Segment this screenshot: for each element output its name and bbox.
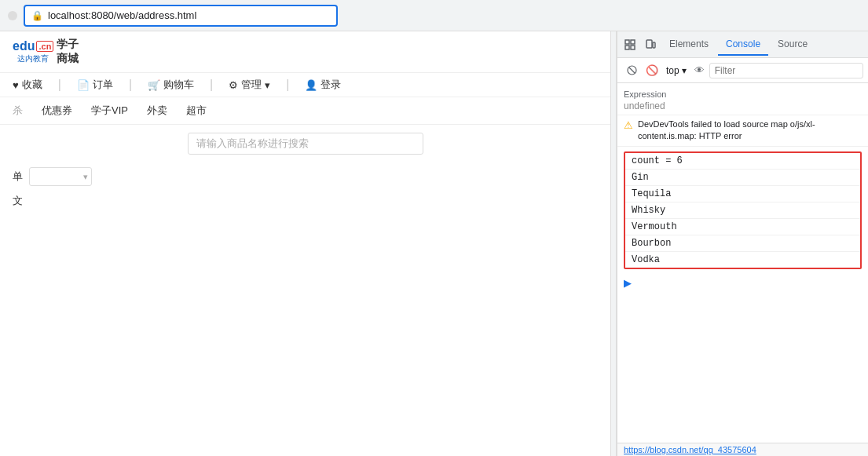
nav-login[interactable]: 👤 登录 [305,78,341,92]
divider-2: | [129,78,132,92]
site-header: edu .cn 达内教育 学子 商城 [0,31,610,72]
svg-line-7 [629,67,635,73]
category-bar: 杀 优惠券 学子VIP 外卖 超市 [0,97,610,125]
divider-1: | [58,78,61,92]
divider-3: | [210,78,213,92]
eye-icon[interactable]: 👁 [694,64,705,76]
main-layout: edu .cn 达内教育 学子 商城 ♥ 收藏 | 📄 订单 | 🛒 [0,31,868,456]
svg-rect-4 [646,40,652,48]
warning-message: ⚠ DevDevTools failed to load source map … [617,115,868,147]
tab-source[interactable]: Source [770,34,815,56]
devtools-content: Expression undefined ⚠ DevDevTools faile… [617,83,868,443]
result-gin: Gin [625,170,860,186]
user-icon: 👤 [305,79,317,91]
filter-input[interactable] [709,63,863,78]
result-vodka: Vodka [625,252,860,268]
divider-4: | [286,78,289,92]
result-bourbon: Bourbon [625,235,860,252]
svg-rect-1 [631,40,635,44]
devtools-toolbar: 🚫 top ▾ 👁 [617,58,868,83]
cat-supermarket[interactable]: 超市 [186,104,207,118]
warning-icon: ⚠ [624,119,633,131]
nav-order-label: 订单 [93,78,113,92]
order-icon: 📄 [77,79,90,91]
context-selector[interactable]: top ▾ [663,64,690,78]
label-dan: 单 [13,170,23,184]
cat-vip[interactable]: 学子VIP [91,104,128,118]
logo-company: 达内教育 [17,53,49,64]
browser-bar: 🔒 localhost:8080/web/address.html [0,0,868,31]
nav-collect[interactable]: ♥ 收藏 [13,78,42,92]
expression-value: undefined [624,100,862,111]
heart-icon: ♥ [13,79,19,91]
url-text: localhost:8080/web/address.html [48,9,196,21]
scroll-divider [610,31,617,456]
status-link-text: https://blog.csdn.net/qq_43575604 [624,445,756,454]
console-prompt: ▶ [617,274,868,292]
lock-icon: 🔒 [31,10,43,21]
expression-section: Expression undefined [617,86,868,115]
search-input-wrap[interactable]: 请输入商品名称进行搜索 [188,133,423,155]
device-toggle-button[interactable] [641,35,660,54]
cat-coupon[interactable]: 优惠券 [42,104,72,118]
search-bar: 请输入商品名称进行搜索 [0,125,610,162]
svg-rect-0 [625,40,629,44]
top-label: top [666,65,679,76]
nav-back[interactable] [8,11,17,20]
logo-area: edu .cn 达内教育 学子 商城 [13,38,79,66]
context-chevron-icon: ▾ [682,65,687,76]
tab-elements[interactable]: Elements [661,34,716,56]
devtools-status-bar[interactable]: https://blog.csdn.net/qq_43575604 [617,443,868,456]
clear-console-button[interactable] [622,61,641,80]
page-section-1: 单 ▾ [0,162,610,191]
result-tequila: Tequila [625,186,860,202]
svg-rect-3 [631,46,635,49]
label-wen: 文 [13,195,23,206]
prompt-arrow-icon: ▶ [624,277,632,289]
tab-console[interactable]: Console [718,34,768,56]
inspect-element-button[interactable] [621,35,639,54]
cat-delete[interactable]: 杀 [13,104,23,118]
nav-cart[interactable]: 🛒 购物车 [148,78,194,92]
dropdown-arrow: ▾ [83,172,88,182]
expression-label: Expression [624,89,862,99]
cart-icon: 🛒 [148,79,160,91]
search-placeholder: 请输入商品名称进行搜索 [196,137,309,151]
nav-manage-label: 管理 [241,78,262,92]
site-name: 学子 商城 [57,38,79,66]
nav-order[interactable]: 📄 订单 [77,78,113,92]
nav-collect-label: 收藏 [22,78,42,92]
svg-rect-5 [653,42,655,48]
logo-edu: edu [13,39,35,53]
chevron-down-icon: ▾ [265,79,270,91]
url-bar[interactable]: 🔒 localhost:8080/web/address.html [24,5,338,27]
count-row: count = 6 [625,153,860,170]
console-result: count = 6 Gin Tequila Whisky Vermouth Bo… [624,151,862,269]
webpage: edu .cn 达内教育 学子 商城 ♥ 收藏 | 📄 订单 | 🛒 [0,31,610,456]
page-section-2: 文 [0,191,610,211]
warning-text: DevDevTools failed to load source map o/… [638,119,862,143]
nav-cart-label: 购物车 [163,78,194,92]
nav-login-label: 登录 [320,78,341,92]
input-dan[interactable]: ▾ [29,167,92,186]
nav-bar: ♥ 收藏 | 📄 订单 | 🛒 购物车 | ⚙ 管理 ▾ | 👤 登录 [0,72,610,97]
svg-rect-2 [625,46,629,49]
gear-icon: ⚙ [229,79,238,91]
devtools-panel: Elements Console Source 🚫 top ▾ 👁 [617,31,868,456]
cat-takeaway[interactable]: 外卖 [147,104,167,118]
devtools-tabs: Elements Console Source [617,31,868,58]
no-entry-icon[interactable]: 🚫 [646,64,658,76]
logo-cn: .cn [36,41,53,52]
nav-manage[interactable]: ⚙ 管理 ▾ [229,78,270,92]
result-whisky: Whisky [625,202,860,219]
result-vermouth: Vermouth [625,219,860,235]
